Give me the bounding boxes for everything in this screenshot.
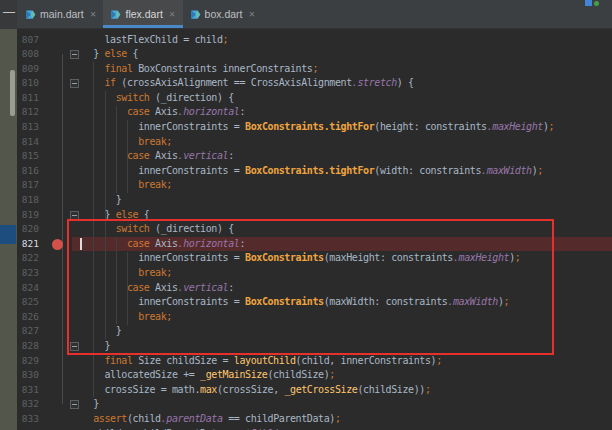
line-number[interactable]: 814	[17, 135, 39, 150]
fold-gutter	[39, 47, 82, 62]
code-text: allocatedSize += _getMainSize(childSize)…	[82, 368, 612, 383]
code-line[interactable]: 819 } else {	[17, 208, 612, 223]
code-line[interactable]: 807 lastFlexChild = child;	[17, 33, 612, 48]
fold-gutter	[39, 91, 82, 106]
line-number[interactable]: 819	[17, 208, 39, 223]
fold-gutter	[39, 324, 82, 339]
tab-close-icon[interactable]: ✕	[90, 10, 97, 19]
minimize-icon[interactable]: —	[3, 5, 15, 19]
fold-gutter	[39, 208, 82, 223]
fold-icon[interactable]	[70, 342, 79, 351]
other-window-scrollbar[interactable]	[10, 70, 15, 116]
tab-flex-dart[interactable]: flex.dart✕	[103, 0, 182, 28]
code-text: crossSize = math.max(crossSize, _getCros…	[82, 383, 612, 398]
fold-gutter	[39, 368, 82, 383]
line-number[interactable]: 824	[17, 281, 39, 296]
code-line[interactable]: 812 case Axis.horizontal:	[17, 105, 612, 120]
code-line[interactable]: 823 break;	[17, 266, 612, 281]
line-number[interactable]: 812	[17, 105, 39, 120]
code-area: 806 totalFlex += flex;807 lastFlexChild …	[17, 29, 612, 430]
code-line[interactable]: 821 case Axis.horizontal:	[17, 237, 612, 252]
active-tab-underline	[103, 25, 182, 28]
line-number[interactable]: 826	[17, 310, 39, 325]
line-number[interactable]: 821	[17, 237, 39, 252]
code-line[interactable]: 813 innerConstraints = BoxConstraints.ti…	[17, 120, 612, 135]
tab-box-dart[interactable]: box.dart✕	[183, 0, 263, 28]
code-line[interactable]: 824 case Axis.vertical:	[17, 281, 612, 296]
fold-icon[interactable]	[70, 400, 79, 409]
code-line[interactable]: 834 child = childParentData.nextSibling;	[17, 427, 612, 430]
line-number[interactable]: 811	[17, 91, 39, 106]
code-line[interactable]: 827 }	[17, 324, 612, 339]
code-editor[interactable]: 806 totalFlex += flex;807 lastFlexChild …	[17, 29, 612, 430]
line-number[interactable]: 813	[17, 120, 39, 135]
line-number[interactable]: 818	[17, 193, 39, 208]
breakpoint-icon[interactable]	[52, 239, 63, 250]
code-line[interactable]: 830 allocatedSize += _getMainSize(childS…	[17, 368, 612, 383]
fold-icon[interactable]	[70, 50, 79, 59]
code-line[interactable]: 820 switch (_direction) {	[17, 222, 612, 237]
code-line[interactable]: 831 crossSize = math.max(crossSize, _get…	[17, 383, 612, 398]
line-number[interactable]: 808	[17, 47, 39, 62]
code-line[interactable]: 825 innerConstraints = BoxConstraints(ma…	[17, 295, 612, 310]
code-line[interactable]: 832 }	[17, 397, 612, 412]
line-number[interactable]: 831	[17, 383, 39, 398]
code-line[interactable]: 816 innerConstraints = BoxConstraints.ti…	[17, 164, 612, 179]
code-line[interactable]: 811 switch (_direction) {	[17, 91, 612, 106]
line-number[interactable]: 827	[17, 324, 39, 339]
fold-icon[interactable]	[70, 211, 79, 220]
code-text: case Axis.vertical:	[82, 149, 612, 164]
fold-gutter	[39, 412, 82, 427]
code-line[interactable]: 818 }	[17, 193, 612, 208]
code-text: } else {	[82, 208, 612, 223]
code-text: case Axis.vertical:	[82, 281, 612, 296]
code-text: innerConstraints = BoxConstraints.tightF…	[82, 120, 612, 135]
line-number[interactable]: 829	[17, 354, 39, 369]
code-text: }	[82, 193, 612, 208]
line-number[interactable]: 828	[17, 339, 39, 354]
line-number[interactable]: 816	[17, 164, 39, 179]
code-line[interactable]: 828 }	[17, 339, 612, 354]
status-green-icon	[594, 1, 599, 6]
line-number[interactable]: 817	[17, 178, 39, 193]
code-line[interactable]: 826 break;	[17, 310, 612, 325]
code-line[interactable]: 809 final BoxConstraints innerConstraint…	[17, 62, 612, 77]
fold-gutter	[39, 76, 82, 91]
line-number[interactable]: 809	[17, 62, 39, 77]
code-line[interactable]: 808 } else {	[17, 47, 612, 62]
code-text: final BoxConstraints innerConstraints;	[82, 62, 612, 77]
dart-icon	[110, 9, 121, 20]
line-number[interactable]: 830	[17, 368, 39, 383]
line-number[interactable]: 833	[17, 412, 39, 427]
line-number[interactable]: 810	[17, 76, 39, 91]
line-number[interactable]: 825	[17, 295, 39, 310]
code-line[interactable]: 817 break;	[17, 178, 612, 193]
line-number[interactable]: 822	[17, 251, 39, 266]
dart-icon	[190, 9, 201, 20]
tab-close-icon[interactable]: ✕	[249, 10, 256, 19]
code-line[interactable]: 810 if (crossAxisAlignment == CrossAxisA…	[17, 76, 612, 91]
tab-label: flex.dart	[125, 8, 162, 20]
other-window-selection	[0, 225, 16, 244]
code-text: assert(child.parentData == childParentDa…	[82, 412, 612, 427]
fold-icon[interactable]	[70, 79, 79, 88]
fold-gutter	[39, 295, 82, 310]
code-text: break;	[82, 135, 612, 150]
tab-close-icon[interactable]: ✕	[169, 10, 176, 19]
code-line[interactable]: 833 assert(child.parentData == childPare…	[17, 412, 612, 427]
line-number[interactable]: 832	[17, 397, 39, 412]
code-line[interactable]: 829 final Size childSize = layoutChild(c…	[17, 354, 612, 369]
code-line[interactable]: 814 break;	[17, 135, 612, 150]
code-text: } else {	[82, 47, 612, 62]
line-number[interactable]: 820	[17, 222, 39, 237]
line-number[interactable]: 807	[17, 33, 39, 48]
code-text: }	[82, 397, 612, 412]
code-line[interactable]: 822 innerConstraints = BoxConstraints(ma…	[17, 251, 612, 266]
background-window-sliver: —	[0, 0, 18, 430]
code-text: }	[82, 339, 612, 354]
line-number[interactable]: 834	[17, 427, 39, 430]
line-number[interactable]: 823	[17, 266, 39, 281]
line-number[interactable]: 815	[17, 149, 39, 164]
code-line[interactable]: 815 case Axis.vertical:	[17, 149, 612, 164]
tab-main-dart[interactable]: main.dart✕	[18, 0, 103, 28]
